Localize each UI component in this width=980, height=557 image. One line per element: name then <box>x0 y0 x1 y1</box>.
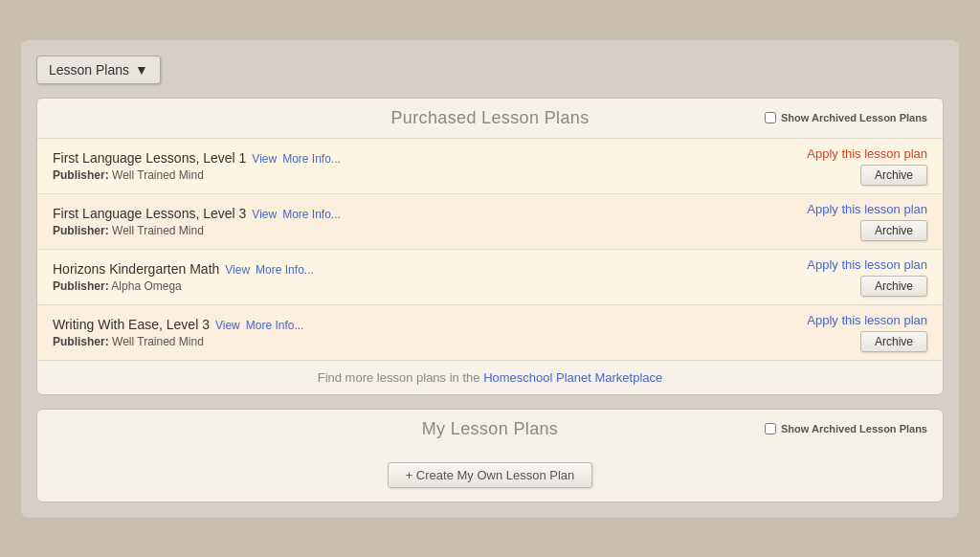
show-archived-my[interactable]: Show Archived Lesson Plans <box>765 423 927 434</box>
lesson-more-info-link[interactable]: More Info... <box>246 319 304 332</box>
lesson-row: First Language Lessons, Level 1 View Mor… <box>37 138 943 193</box>
apply-lesson-link[interactable]: Apply this lesson plan <box>807 202 927 216</box>
lesson-info: Horizons Kindergarten Math View More Inf… <box>53 261 807 293</box>
dropdown-icon: ▼ <box>135 62 148 78</box>
marketplace-footer: Find more lesson plans in the Homeschool… <box>37 360 943 394</box>
lesson-title-row: First Language Lessons, Level 3 View Mor… <box>53 206 807 221</box>
archive-button[interactable]: Archive <box>860 331 927 352</box>
lesson-name: First Language Lessons, Level 1 <box>53 150 246 166</box>
lesson-info: Writing With Ease, Level 3 View More Inf… <box>53 317 807 348</box>
my-lesson-plans-panel: My Lesson Plans Show Archived Lesson Pla… <box>36 409 944 502</box>
lesson-more-info-link[interactable]: More Info... <box>256 263 314 277</box>
apply-lesson-link[interactable]: Apply this lesson plan <box>807 313 927 327</box>
show-archived-my-label: Show Archived Lesson Plans <box>781 423 927 434</box>
purchased-panel-title: Purchased Lesson Plans <box>390 108 589 128</box>
show-archived-purchased-label: Show Archived Lesson Plans <box>781 112 927 123</box>
my-panel-title: My Lesson Plans <box>422 419 558 439</box>
publisher-value: Well Trained Mind <box>112 335 204 348</box>
publisher-value: Well Trained Mind <box>112 168 204 182</box>
lesson-actions: Apply this lesson plan Archive <box>807 313 927 352</box>
publisher-row: Publisher: Well Trained Mind <box>53 224 807 237</box>
publisher-row: Publisher: Alpha Omega <box>53 279 807 293</box>
lesson-view-link[interactable]: View <box>215 319 240 332</box>
lesson-view-link[interactable]: View <box>225 263 250 277</box>
publisher-label: Publisher: <box>53 335 109 348</box>
publisher-row: Publisher: Well Trained Mind <box>53 335 807 348</box>
publisher-value: Alpha Omega <box>111 279 181 293</box>
lesson-name: First Language Lessons, Level 3 <box>53 206 246 221</box>
lesson-actions: Apply this lesson plan Archive <box>807 202 927 241</box>
lesson-title-row: First Language Lessons, Level 1 View Mor… <box>53 150 807 166</box>
publisher-label: Publisher: <box>53 168 109 182</box>
lesson-row: First Language Lessons, Level 3 View Mor… <box>37 193 943 249</box>
lesson-info: First Language Lessons, Level 1 View Mor… <box>53 150 807 182</box>
lesson-plans-label: Lesson Plans <box>49 62 129 78</box>
publisher-label: Publisher: <box>53 224 109 237</box>
lesson-view-link[interactable]: View <box>252 208 277 221</box>
show-archived-my-checkbox[interactable] <box>765 423 776 434</box>
create-lesson-plan-button[interactable]: + Create My Own Lesson Plan <box>388 462 593 488</box>
publisher-value: Well Trained Mind <box>112 224 204 237</box>
archive-button[interactable]: Archive <box>860 165 927 186</box>
lesson-title-row: Writing With Ease, Level 3 View More Inf… <box>53 317 807 332</box>
lesson-name: Writing With Ease, Level 3 <box>53 317 210 332</box>
lesson-name: Horizons Kindergarten Math <box>53 261 219 277</box>
marketplace-link[interactable]: Homeschool Planet Marketplace <box>483 370 662 385</box>
lesson-more-info-link[interactable]: More Info... <box>282 208 341 221</box>
publisher-row: Publisher: Well Trained Mind <box>53 168 807 182</box>
lesson-actions: Apply this lesson plan Archive <box>807 257 927 297</box>
purchased-lessons-list: First Language Lessons, Level 1 View Mor… <box>37 138 943 360</box>
marketplace-text: Find more lesson plans in the <box>318 370 483 385</box>
archive-button[interactable]: Archive <box>860 220 927 241</box>
purchased-panel-header: Purchased Lesson Plans Show Archived Les… <box>37 99 943 138</box>
lesson-row: Horizons Kindergarten Math View More Inf… <box>37 249 943 304</box>
publisher-label: Publisher: <box>53 279 109 293</box>
lesson-title-row: Horizons Kindergarten Math View More Inf… <box>53 261 807 277</box>
my-panel-header: My Lesson Plans Show Archived Lesson Pla… <box>37 410 943 449</box>
show-archived-purchased[interactable]: Show Archived Lesson Plans <box>765 112 927 123</box>
show-archived-purchased-checkbox[interactable] <box>765 112 776 123</box>
lesson-row: Writing With Ease, Level 3 View More Inf… <box>37 304 943 360</box>
purchased-panel: Purchased Lesson Plans Show Archived Les… <box>36 98 944 395</box>
main-container: Lesson Plans ▼ Purchased Lesson Plans Sh… <box>21 40 959 518</box>
lesson-view-link[interactable]: View <box>252 152 277 166</box>
apply-lesson-link[interactable]: Apply this lesson plan <box>807 146 927 161</box>
lesson-plans-dropdown[interactable]: Lesson Plans ▼ <box>36 56 161 84</box>
my-panel-content: + Create My Own Lesson Plan <box>37 449 943 501</box>
lesson-actions: Apply this lesson plan Archive <box>807 146 927 186</box>
lesson-more-info-link[interactable]: More Info... <box>282 152 341 166</box>
lesson-info: First Language Lessons, Level 3 View Mor… <box>53 206 807 237</box>
apply-lesson-link[interactable]: Apply this lesson plan <box>807 257 927 272</box>
archive-button[interactable]: Archive <box>860 276 927 297</box>
